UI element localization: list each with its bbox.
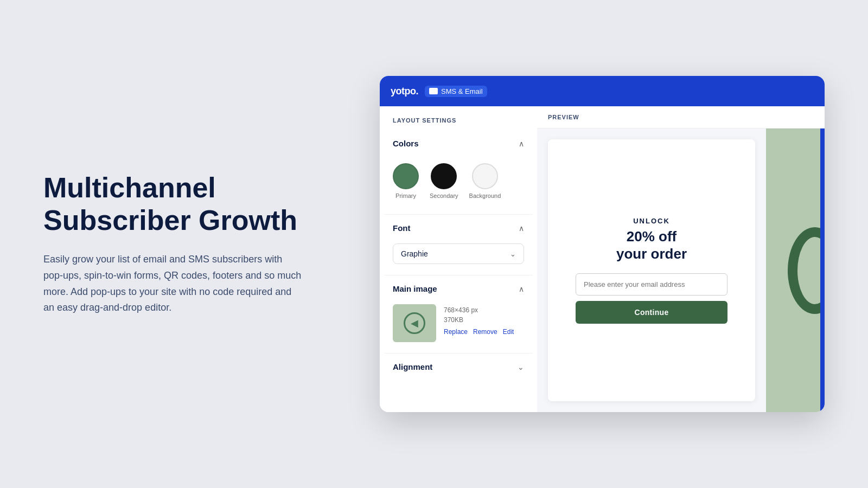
browser-content: LAYOUT SETTINGS Colors ∧ Primary (380, 106, 825, 412)
image-meta: 768×436 px 370KB Replace Remove Edit (444, 304, 514, 336)
primary-color-label: Primary (395, 192, 416, 199)
image-dimensions: 768×436 px (444, 306, 514, 314)
primary-color-item: Primary (393, 163, 419, 199)
blue-right-edge (820, 129, 825, 412)
popup-email-input[interactable] (576, 273, 727, 296)
colors-chevron-icon: ∧ (519, 139, 524, 148)
replace-image-link[interactable]: Replace (444, 328, 468, 336)
sidebar: LAYOUT SETTINGS Colors ∧ Primary (380, 106, 537, 412)
alignment-chevron-icon: ⌄ (518, 363, 524, 371)
preview-header: PREVIEW (537, 106, 825, 129)
font-section-body: Graphie ⌄ (388, 239, 528, 273)
layout-settings-title: LAYOUT SETTINGS (380, 117, 537, 124)
font-section: Font ∧ Graphie ⌄ (380, 217, 537, 273)
secondary-color-item: Secondary (430, 163, 458, 199)
browser-topbar: yotpo. SMS & Email (380, 76, 825, 106)
secondary-color-label: Secondary (430, 192, 458, 199)
font-section-header[interactable]: Font ∧ (388, 217, 528, 239)
colors-label: Colors (393, 139, 419, 148)
main-image-section: Main image ∧ ◀ 768×436 px 370KB (380, 278, 537, 351)
font-value: Graphie (401, 249, 428, 258)
secondary-color-swatch[interactable] (431, 163, 457, 189)
font-dropdown-chevron-icon: ⌄ (510, 250, 516, 258)
primary-color-swatch[interactable] (393, 163, 419, 189)
alignment-section: Alignment ⌄ (380, 356, 537, 378)
alignment-section-header[interactable]: Alignment ⌄ (388, 356, 528, 378)
background-color-swatch[interactable] (472, 163, 498, 189)
main-image-section-header[interactable]: Main image ∧ (388, 278, 528, 300)
popup-continue-button[interactable]: Continue (576, 301, 727, 324)
yotpo-logo: yotpo. (391, 86, 418, 97)
image-thumb-circle: ◀ (404, 312, 425, 334)
sms-badge-label: SMS & Email (441, 87, 483, 95)
browser-window: yotpo. SMS & Email LAYOUT SETTINGS Color… (380, 76, 825, 412)
color-swatches: Primary Secondary Background (393, 159, 524, 203)
image-thumbnail: ◀ (393, 304, 436, 342)
left-section: Multichannel Subscriber Growth Easily gr… (0, 129, 336, 359)
divider-2 (384, 275, 533, 275)
background-color-label: Background (469, 192, 501, 199)
main-image-row: ◀ 768×436 px 370KB Replace Remove Edit (393, 304, 524, 342)
right-section: yotpo. SMS & Email LAYOUT SETTINGS Color… (336, 54, 868, 434)
popup-unlock-label: UNLOCK (633, 217, 670, 225)
background-color-item: Background (469, 163, 501, 199)
preview-panel: PREVIEW UNLOCK 20% off your order Contin… (537, 106, 825, 412)
edit-image-link[interactable]: Edit (503, 328, 514, 336)
font-label: Font (393, 223, 410, 233)
green-circle-decoration (788, 227, 820, 314)
colors-section-header[interactable]: Colors ∧ (388, 132, 528, 155)
preview-content: UNLOCK 20% off your order Continue (537, 129, 825, 412)
hero-title: Multichannel Subscriber Growth (43, 172, 304, 237)
main-image-section-body: ◀ 768×436 px 370KB Replace Remove Edit (388, 300, 528, 351)
remove-image-link[interactable]: Remove (473, 328, 497, 336)
sms-badge: SMS & Email (425, 86, 487, 97)
colors-section: Colors ∧ Primary Sec (380, 132, 537, 212)
font-chevron-icon: ∧ (519, 224, 524, 233)
colors-section-body: Primary Secondary Background (388, 155, 528, 212)
message-icon (429, 88, 438, 94)
discount-line1: 20% off (627, 228, 676, 245)
main-image-label: Main image (393, 284, 437, 293)
font-dropdown[interactable]: Graphie ⌄ (393, 243, 524, 264)
green-side-panel (766, 129, 820, 412)
divider-3 (384, 353, 533, 354)
popup-preview-card: UNLOCK 20% off your order Continue (548, 139, 755, 401)
divider-1 (384, 214, 533, 215)
alignment-label: Alignment (393, 362, 432, 371)
hero-description: Easily grow your list of email and SMS s… (43, 252, 304, 316)
sidebar-wrapper: LAYOUT SETTINGS Colors ∧ Primary (380, 106, 537, 412)
popup-discount-text: 20% off your order (616, 228, 687, 262)
image-filesize: 370KB (444, 316, 514, 324)
image-actions: Replace Remove Edit (444, 328, 514, 336)
discount-line2: your order (616, 246, 687, 262)
main-image-chevron-icon: ∧ (519, 285, 524, 293)
